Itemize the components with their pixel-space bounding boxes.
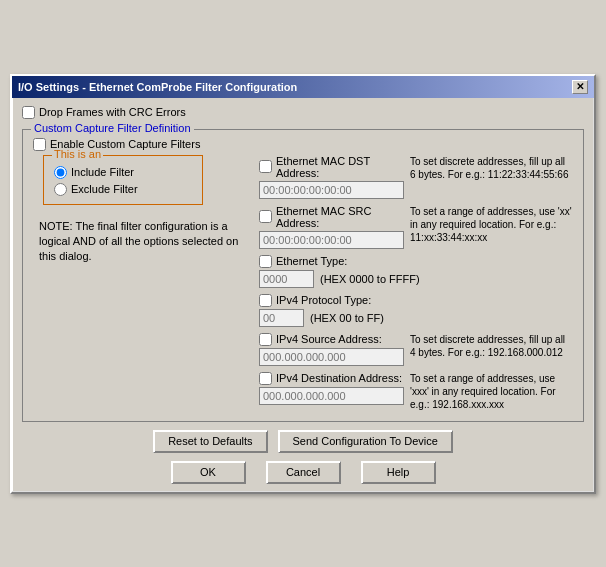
content-area: Drop Frames with CRC Errors Custom Captu… (12, 98, 594, 492)
enable-capture-checkbox[interactable] (33, 138, 46, 151)
mac-src-label[interactable]: Ethernet MAC SRC Address: (259, 205, 404, 229)
window-title: I/O Settings - Ethernet ComProbe Filter … (18, 81, 297, 93)
mac-dst-label[interactable]: Ethernet MAC DST Address: (259, 155, 404, 179)
exclude-filter-label[interactable]: Exclude Filter (54, 183, 192, 196)
exclude-filter-radio[interactable] (54, 183, 67, 196)
custom-capture-group: Custom Capture Filter Definition Enable … (22, 129, 584, 422)
help-button[interactable]: Help (361, 461, 436, 484)
mac-src-hint: To set a range of addresses, use 'xx' in… (410, 205, 573, 244)
mac-src-group: Ethernet MAC SRC Address: (259, 205, 404, 249)
ipv4-dst-hint: To set a range of addresses, use 'xxx' i… (410, 372, 573, 411)
ipv4-proto-label[interactable]: IPv4 Protocol Type: (259, 294, 573, 307)
filter-type-box: This is an Include Filter Exclude Filter (43, 155, 203, 205)
close-button[interactable]: ✕ (572, 80, 588, 94)
ipv4-proto-hint: (HEX 00 to FF) (310, 312, 384, 324)
mac-dst-row: Ethernet MAC DST Address: To set discret… (259, 155, 573, 199)
ipv4-src-hint: To set discrete addresses, fill up all 4… (410, 333, 573, 359)
include-filter-radio[interactable] (54, 166, 67, 179)
cancel-button[interactable]: Cancel (266, 461, 341, 484)
filter-type-legend: This is an (52, 148, 103, 160)
reset-button[interactable]: Reset to Defaults (153, 430, 267, 453)
main-grid: This is an Include Filter Exclude Filter… (33, 155, 573, 411)
enable-capture-row: Enable Custom Capture Filters (33, 138, 573, 151)
ipv4-dst-label[interactable]: IPv4 Destination Address: (259, 372, 404, 385)
ipv4-src-row: IPv4 Source Address: To set discrete add… (259, 333, 573, 366)
mac-src-row: Ethernet MAC SRC Address: To set a range… (259, 205, 573, 249)
eth-type-hint: (HEX 0000 to FFFF) (320, 273, 420, 285)
note-text: NOTE: The final filter configuration is … (33, 219, 253, 265)
drop-frames-row: Drop Frames with CRC Errors (22, 106, 584, 119)
mac-dst-hint: To set discrete addresses, fill up all 6… (410, 155, 573, 181)
include-filter-label[interactable]: Include Filter (54, 166, 192, 179)
main-window: I/O Settings - Ethernet ComProbe Filter … (10, 74, 596, 494)
eth-type-row: Ethernet Type: (HEX 0000 to FFFF) (259, 255, 573, 288)
custom-capture-legend: Custom Capture Filter Definition (31, 122, 194, 134)
mac-dst-input[interactable] (259, 181, 404, 199)
dialog-buttons-row: OK Cancel Help (22, 461, 584, 484)
ipv4-proto-row: IPv4 Protocol Type: (HEX 00 to FF) (259, 294, 573, 327)
mac-dst-checkbox[interactable] (259, 160, 272, 173)
ipv4-src-input[interactable] (259, 348, 404, 366)
ok-button[interactable]: OK (171, 461, 246, 484)
drop-frames-checkbox[interactable] (22, 106, 35, 119)
ipv4-dst-input[interactable] (259, 387, 404, 405)
ipv4-dst-group: IPv4 Destination Address: (259, 372, 404, 405)
ipv4-dst-checkbox[interactable] (259, 372, 272, 385)
ipv4-src-group: IPv4 Source Address: (259, 333, 404, 366)
ipv4-proto-checkbox[interactable] (259, 294, 272, 307)
ipv4-src-label[interactable]: IPv4 Source Address: (259, 333, 404, 346)
eth-type-input[interactable] (259, 270, 314, 288)
right-panel: Ethernet MAC DST Address: To set discret… (259, 155, 573, 411)
eth-type-label[interactable]: Ethernet Type: (259, 255, 573, 268)
ipv4-proto-input[interactable] (259, 309, 304, 327)
mac-src-input[interactable] (259, 231, 404, 249)
ipv4-src-checkbox[interactable] (259, 333, 272, 346)
mac-dst-group: Ethernet MAC DST Address: (259, 155, 404, 199)
action-buttons-row: Reset to Defaults Send Configuration To … (22, 430, 584, 453)
title-bar: I/O Settings - Ethernet ComProbe Filter … (12, 76, 594, 98)
ipv4-dst-row: IPv4 Destination Address: To set a range… (259, 372, 573, 411)
send-button[interactable]: Send Configuration To Device (278, 430, 453, 453)
drop-frames-label[interactable]: Drop Frames with CRC Errors (22, 106, 584, 119)
eth-type-checkbox[interactable] (259, 255, 272, 268)
left-panel: This is an Include Filter Exclude Filter… (33, 155, 253, 411)
mac-src-checkbox[interactable] (259, 210, 272, 223)
